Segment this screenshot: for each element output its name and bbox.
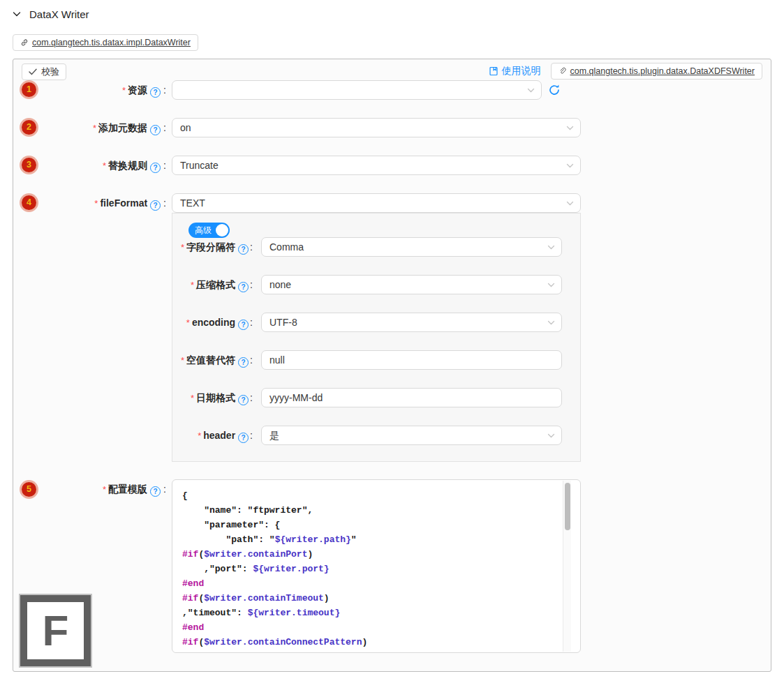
date-format-input[interactable]: yyyy-MM-dd: [261, 388, 562, 407]
resource-select[interactable]: [172, 80, 542, 100]
section-header: DataX Writer: [13, 8, 89, 20]
config-template-code-lines: { "name": "ftpwriter", "parameter": { "p…: [172, 480, 580, 653]
help-icon[interactable]: ?: [238, 320, 249, 330]
fs-logo: F: [20, 595, 91, 666]
add-meta-select[interactable]: on: [172, 118, 581, 137]
help-icon[interactable]: ?: [238, 244, 249, 255]
refresh-icon[interactable]: [548, 84, 561, 96]
help-icon[interactable]: ?: [238, 395, 249, 405]
help-icon[interactable]: ?: [150, 163, 161, 173]
writer-class-link[interactable]: com.qlangtech.tis.datax.impl.DataxWriter: [32, 38, 191, 47]
page-title: DataX Writer: [29, 8, 89, 20]
writer-class-chip[interactable]: com.qlangtech.tis.datax.impl.DataxWriter: [13, 34, 198, 51]
field-delimiter-select[interactable]: Comma: [261, 237, 562, 257]
panel-top-right: 使用说明 com.qlangtech.tis.plugin.datax.Data…: [489, 63, 762, 80]
toggle-knob: [216, 224, 228, 237]
help-icon[interactable]: ?: [150, 200, 161, 211]
chevron-down-icon: [527, 87, 535, 94]
fileformat-advanced-panel: 高级 *字段分隔符?: Comma *压缩格式?: none: [172, 213, 581, 462]
validate-button[interactable]: 校验: [22, 63, 66, 80]
chevron-down-icon: [566, 162, 574, 170]
chevron-down-icon: [547, 281, 555, 289]
page: DataX Writer com.qlangtech.tis.datax.imp…: [0, 0, 784, 690]
help-icon[interactable]: ?: [150, 486, 161, 497]
advanced-toggle-label: 高级: [195, 225, 212, 235]
field-label-fileformat: *fileFormat?:: [13, 193, 166, 213]
null-placeholder-input[interactable]: null: [261, 350, 562, 370]
fs-logo-letter: F: [43, 609, 69, 652]
code-scrollbar-track[interactable]: [563, 481, 571, 652]
validate-label: 校验: [41, 66, 59, 78]
plugin-class-chip[interactable]: com.qlangtech.tis.plugin.datax.DataXDFSW…: [551, 63, 762, 80]
chevron-down-icon: [547, 432, 555, 440]
plugin-class-link[interactable]: com.qlangtech.tis.plugin.datax.DataXDFSW…: [570, 66, 755, 76]
dataxwriter-form-panel: 校验 使用说明 com.qlangtech.tis.plugin.datax.D…: [13, 59, 771, 672]
advanced-toggle[interactable]: 高级: [188, 223, 230, 238]
field-label-config-template: *配置模版?:: [13, 479, 166, 499]
config-template-editor[interactable]: { "name": "ftpwriter", "parameter": { "p…: [172, 479, 581, 653]
chevron-down-icon: [547, 319, 555, 327]
field-label-resource: *资源?:: [13, 80, 166, 100]
field-label-replace-rule: *替换规则?:: [13, 156, 166, 175]
document-icon: [489, 66, 498, 76]
link-icon: [20, 38, 29, 47]
field-label-add-meta: *添加元数据?:: [13, 118, 166, 137]
compress-select[interactable]: none: [261, 275, 562, 294]
help-icon[interactable]: ?: [238, 282, 249, 292]
collapse-chevron-icon[interactable]: [13, 11, 21, 17]
check-icon: [29, 68, 37, 75]
help-icon[interactable]: ?: [150, 87, 161, 98]
replace-rule-select[interactable]: Truncate: [172, 156, 581, 175]
required-mark: *: [122, 85, 126, 96]
usage-doc-link[interactable]: 使用说明: [489, 65, 541, 77]
usage-label: 使用说明: [502, 65, 541, 77]
field-label-field-delimiter: *字段分隔符?:: [172, 237, 253, 257]
fileformat-select[interactable]: TEXT: [172, 193, 581, 213]
chevron-down-icon: [566, 200, 574, 207]
field-label-encoding: *encoding?:: [172, 313, 253, 332]
field-label-null-placeholder: *空值替代符?:: [172, 350, 253, 370]
help-icon[interactable]: ?: [150, 125, 161, 135]
help-icon[interactable]: ?: [238, 433, 249, 443]
field-label-compress: *压缩格式?:: [172, 275, 253, 294]
paperclip-icon: [559, 67, 567, 75]
field-label-date-format: *日期格式?:: [172, 388, 253, 407]
header-select[interactable]: 是: [261, 426, 562, 445]
field-label-header: *header?:: [172, 426, 253, 445]
chevron-down-icon: [547, 243, 555, 251]
help-icon[interactable]: ?: [238, 357, 249, 368]
encoding-select[interactable]: UTF-8: [261, 313, 562, 332]
code-scrollbar-thumb[interactable]: [565, 483, 570, 530]
chevron-down-icon: [566, 124, 574, 132]
